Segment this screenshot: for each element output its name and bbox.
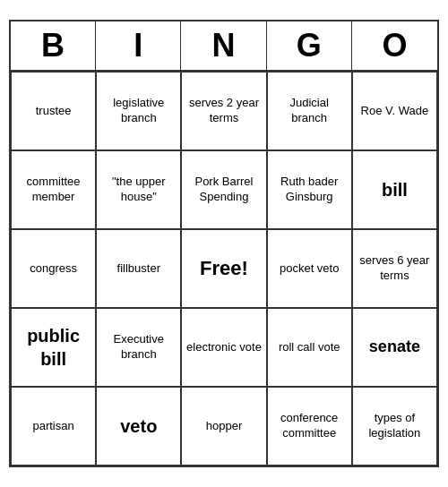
bingo-cell-18: roll call vote	[267, 308, 352, 387]
bingo-cell-4: Roe V. Wade	[352, 72, 437, 150]
bingo-header: BINGO	[11, 21, 437, 72]
bingo-letter-o: O	[352, 21, 437, 70]
bingo-letter-g: G	[267, 21, 352, 70]
bingo-cell-20: partisan	[11, 387, 96, 466]
bingo-grid: trusteelegislative branchserves 2 year t…	[11, 72, 437, 466]
bingo-cell-9: bill	[352, 150, 437, 229]
bingo-letter-b: B	[11, 21, 96, 70]
bingo-cell-0: trustee	[11, 72, 96, 150]
bingo-letter-i: I	[96, 21, 181, 70]
bingo-cell-21: veto	[96, 387, 181, 466]
bingo-cell-12: Free!	[181, 229, 266, 308]
bingo-cell-6: "the upper house"	[96, 150, 181, 229]
bingo-cell-5: committee member	[11, 150, 96, 229]
bingo-cell-16: Executive branch	[96, 308, 181, 387]
bingo-cell-14: serves 6 year terms	[352, 229, 437, 308]
bingo-cell-11: fillbuster	[96, 229, 181, 308]
bingo-cell-19: senate	[352, 308, 437, 387]
bingo-card: BINGO trusteelegislative branchserves 2 …	[9, 20, 439, 467]
bingo-cell-13: pocket veto	[267, 229, 352, 308]
bingo-letter-n: N	[181, 21, 266, 70]
bingo-cell-24: types of legislation	[352, 387, 437, 466]
bingo-cell-10: congress	[11, 229, 96, 308]
bingo-cell-23: conference committee	[267, 387, 352, 466]
bingo-cell-2: serves 2 year terms	[181, 72, 266, 150]
bingo-cell-17: electronic vote	[181, 308, 266, 387]
bingo-cell-3: Judicial branch	[267, 72, 352, 150]
bingo-cell-1: legislative branch	[96, 72, 181, 150]
bingo-cell-8: Ruth bader Ginsburg	[267, 150, 352, 229]
bingo-cell-22: hopper	[181, 387, 266, 466]
bingo-cell-7: Pork Barrel Spending	[181, 150, 266, 229]
bingo-cell-15: public bill	[11, 308, 96, 387]
